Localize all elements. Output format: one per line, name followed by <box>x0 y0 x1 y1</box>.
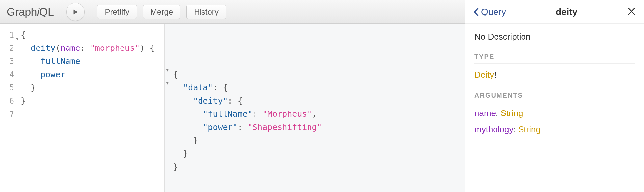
result-pane: ▼ ▼ { "data": { "deity": { "fullName": "… <box>165 24 465 192</box>
docs-arguments-list: name: Stringmythology: String <box>474 108 635 135</box>
docs-argument-name[interactable]: name <box>474 108 496 118</box>
code-line <box>21 108 161 121</box>
docs-back-label: Query <box>481 7 506 17</box>
docs-argument-name[interactable]: mythology <box>474 124 514 134</box>
code-line: power <box>21 68 161 81</box>
code-line: "power": "Shapeshifting" <box>173 121 459 134</box>
docs-body: No Description TYPE Deity! ARGUMENTS nam… <box>465 24 644 154</box>
logo-suffix: QL <box>39 5 54 18</box>
code-token: "deity" <box>193 96 228 106</box>
execute-button[interactable] <box>66 3 85 21</box>
docs-argument-type[interactable]: String <box>518 124 541 134</box>
chevron-left-icon <box>473 7 479 16</box>
code-line: } <box>21 81 161 94</box>
code-token: : <box>80 43 90 53</box>
code-line: } <box>173 134 459 147</box>
code-token: : { <box>228 96 243 106</box>
code-token: "fullName" <box>203 109 253 119</box>
docs-argument: name: String <box>474 108 635 118</box>
code-line: } <box>173 160 459 174</box>
docs-close-button[interactable] <box>627 7 636 17</box>
code-token: ) { <box>140 43 154 53</box>
code-token: } <box>31 83 36 92</box>
code-token: "Morpheus" <box>262 109 312 119</box>
code-token: "power" <box>203 122 237 132</box>
docs-header: Query deity <box>465 0 644 24</box>
fold-icon[interactable]: ▼ <box>166 76 169 89</box>
code-token: fullName <box>40 56 80 66</box>
result-fold-markers: ▼ ▼ <box>166 55 188 108</box>
code-token: { <box>21 30 26 40</box>
history-button[interactable]: History <box>186 5 226 19</box>
code-token: power <box>40 70 65 79</box>
code-token: deity <box>31 43 55 53</box>
code-token: } <box>193 136 198 145</box>
docs-arguments-label: ARGUMENTS <box>474 92 635 102</box>
line-number: 1▼ <box>0 28 18 42</box>
docs-type-row: Deity! <box>474 70 635 80</box>
code-token: : { <box>213 83 228 92</box>
query-editor-pane: 1▼234567 { deity(name: "morpheus") { ful… <box>0 24 165 192</box>
fold-icon[interactable]: ▼ <box>166 63 169 76</box>
prettify-button[interactable]: Prettify <box>97 5 137 19</box>
code-line: "deity": { <box>173 94 459 108</box>
code-token: : <box>238 122 248 132</box>
line-number: 5 <box>0 81 18 94</box>
code-line: "fullName": "Morpheus", <box>173 108 459 121</box>
code-token: } <box>173 162 178 172</box>
docs-argument-type[interactable]: String <box>501 108 523 118</box>
docs-type-nonnull: ! <box>494 70 496 80</box>
docs-description: No Description <box>474 32 635 42</box>
code-token: : <box>253 109 262 119</box>
code-line: deity(name: "morpheus") { <box>21 42 161 55</box>
code-token: } <box>183 149 188 158</box>
play-icon <box>72 8 79 16</box>
result-viewer[interactable]: { "data": { "deity": { "fullName": "Morp… <box>167 68 459 174</box>
docs-type-section: TYPE Deity! <box>474 53 635 80</box>
logo-i: i <box>37 5 39 18</box>
code-line: { <box>173 68 459 81</box>
code-line: } <box>173 147 459 160</box>
docs-back-button[interactable]: Query <box>473 7 506 17</box>
line-gutter: 1▼234567 <box>0 24 18 192</box>
line-number: 2 <box>0 42 18 55</box>
close-icon <box>627 7 636 16</box>
code-token: ( <box>55 43 60 53</box>
merge-button[interactable]: Merge <box>143 5 180 19</box>
code-token: , <box>312 109 317 119</box>
docs-arguments-section: ARGUMENTS name: Stringmythology: String <box>474 92 635 135</box>
code-line: "data": { <box>173 81 459 94</box>
docs-type-label: TYPE <box>474 53 635 64</box>
app-logo: GraphiQL <box>7 5 54 18</box>
docs-panel: Query deity No Description TYPE Deity! A… <box>465 0 644 192</box>
code-line: fullName <box>21 55 161 68</box>
code-token: } <box>21 96 26 106</box>
docs-type-link[interactable]: Deity <box>474 70 494 80</box>
line-number: 3 <box>0 55 18 68</box>
line-number: 6 <box>0 94 18 108</box>
logo-prefix: Graph <box>7 5 37 18</box>
line-number: 7 <box>0 108 18 121</box>
code-token: "morpheus" <box>90 43 140 53</box>
code-token: name <box>60 43 80 53</box>
code-token: "Shapeshifting" <box>248 122 322 132</box>
line-number: 4 <box>0 68 18 81</box>
code-line: } <box>21 94 161 108</box>
query-editor[interactable]: { deity(name: "morpheus") { fullName pow… <box>18 24 164 192</box>
docs-argument: mythology: String <box>474 124 635 135</box>
docs-title: deity <box>506 7 627 17</box>
code-line: { <box>21 28 161 42</box>
